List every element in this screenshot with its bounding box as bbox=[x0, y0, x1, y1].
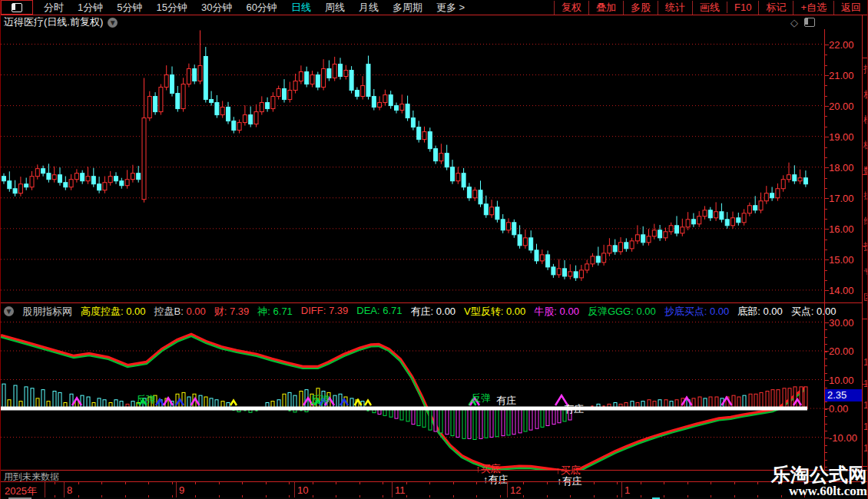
indicator-axis-label: 20.00 bbox=[829, 345, 863, 357]
price-axis-label: 22.00 bbox=[829, 39, 863, 51]
toolbar-menu-item[interactable]: +自选 bbox=[793, 1, 833, 15]
period-tab[interactable]: 周线 bbox=[325, 1, 345, 15]
month-label: 12 bbox=[510, 484, 521, 496]
indicator-axis-label: 30.00 bbox=[829, 317, 863, 329]
indicator-svg bbox=[1, 319, 824, 470]
price-axis-label: 18.00 bbox=[829, 162, 863, 173]
watermark: 乐淘公式网 www.60lt.com bbox=[760, 465, 867, 497]
indicator-axis-label: 10.00 bbox=[829, 375, 863, 386]
window-layout-icon bbox=[12, 3, 22, 12]
indicator-collapse-icon[interactable]: ▼ bbox=[4, 306, 14, 316]
signal-annotation: 反弹 bbox=[471, 392, 491, 405]
toolbar-menu-item[interactable]: 统计 bbox=[658, 1, 692, 15]
window-split-icon[interactable] bbox=[804, 18, 815, 27]
sidebar-quote-fragment: 1 bbox=[863, 357, 868, 368]
month-label: 11 bbox=[395, 484, 406, 496]
indicator-param: 控盘B: 0.00 bbox=[154, 305, 206, 319]
indicator-axis-label: 0.00 bbox=[829, 403, 863, 415]
sidebar-text-fragment: 板 bbox=[863, 139, 868, 152]
toolbar-menu-item[interactable]: 画线 bbox=[692, 1, 727, 15]
price-axis-label: 21.00 bbox=[829, 70, 863, 81]
signal-annotation: 反弹 bbox=[310, 393, 330, 407]
sidebar-quote-fragment: 1 bbox=[863, 421, 868, 432]
price-axis-label: 20.00 bbox=[829, 101, 863, 112]
future-data-note: 用到未来数据 bbox=[1, 470, 868, 482]
toolbar-menu-item[interactable]: 叠加 bbox=[588, 1, 623, 15]
indicator-name: 股朋指标网 bbox=[22, 305, 72, 319]
indicator-param: DEA: 6.71 bbox=[356, 305, 402, 319]
signal-annotation: 反弹 bbox=[136, 393, 156, 407]
toolbar-menu-item[interactable]: 复权 bbox=[554, 1, 588, 15]
title-bar: 迈得医疗(日线.前复权) ▼ ◇ bbox=[1, 15, 861, 29]
toolbar-menu-item[interactable]: F10 bbox=[727, 2, 758, 13]
indicator-header: ▼ 股朋指标网 高度控盘: 0.00控盘B: 0.00财: 7.39神: 6.7… bbox=[1, 302, 863, 319]
price-axis-label: 15.00 bbox=[829, 254, 863, 266]
indicator-param: 反弹GGG: 0.00 bbox=[588, 305, 656, 319]
sidebar-text-fragment: 标 bbox=[863, 88, 868, 101]
price-axis-label: 17.00 bbox=[829, 193, 863, 204]
period-tab[interactable]: 15分钟 bbox=[156, 1, 187, 15]
toolbar-menu-item[interactable]: 返回 bbox=[833, 1, 868, 15]
indicator-param: 底部: 0.00 bbox=[737, 305, 783, 319]
indicator-param: 财: 7.39 bbox=[214, 305, 250, 319]
indicator-axis-label: -10.00 bbox=[829, 432, 863, 444]
sidebar-text-fragment: 专 bbox=[863, 266, 868, 279]
candlestick-chart[interactable] bbox=[1, 29, 824, 302]
indicator-param: DIFF: 7.39 bbox=[301, 305, 348, 319]
chevron-down-icon[interactable]: ▼ bbox=[108, 18, 118, 28]
month-label: 10 bbox=[297, 484, 308, 496]
toolbar-right-menu: 复权叠加多股统计画线F10标记+自选返回 bbox=[554, 0, 868, 15]
indicator-param: 高度控盘: 0.00 bbox=[81, 305, 146, 319]
indicator-param: V型反转: 0.00 bbox=[464, 305, 525, 319]
sidebar-text-fragment: 模 bbox=[863, 114, 868, 127]
collapsed-right-sidebar[interactable]: 指标模板数据维护专区11111 bbox=[862, 15, 868, 470]
indicator-param: 抄底买点: 0.00 bbox=[664, 305, 730, 319]
candlestick-svg bbox=[1, 29, 824, 302]
period-tab[interactable]: 分时 bbox=[44, 1, 64, 15]
indicator-param: 神: 6.71 bbox=[257, 305, 293, 319]
sidebar-text-fragment: 维 bbox=[863, 215, 868, 228]
indicator-chart[interactable] bbox=[1, 319, 824, 470]
signal-annotation: 有庄 bbox=[564, 402, 584, 416]
month-label: 8 bbox=[67, 484, 72, 496]
sidebar-text-fragment: 区 bbox=[863, 291, 868, 304]
toolbar-menu-item[interactable]: 多股 bbox=[623, 1, 658, 15]
watermark-url: www.60lt.com bbox=[760, 484, 867, 497]
trading-app-window: 分时1分钟5分钟15分钟30分钟60分钟日线周线月线多周期更多 > 复权叠加多股… bbox=[0, 0, 868, 499]
last-value-badge: 2.35 bbox=[825, 389, 863, 402]
period-toolbar: 分时1分钟5分钟15分钟30分钟60分钟日线周线月线多周期更多 > 复权叠加多股… bbox=[1, 0, 868, 15]
sidebar-quote-fragment: 1 bbox=[863, 378, 868, 389]
period-tabs: 分时1分钟5分钟15分钟30分钟60分钟日线周线月线多周期更多 > bbox=[44, 1, 465, 15]
stock-title: 迈得医疗(日线.前复权) bbox=[4, 15, 103, 29]
sidebar-text-fragment: 指 bbox=[863, 63, 868, 76]
period-tab[interactable]: 多周期 bbox=[393, 1, 422, 15]
layout-toggle-button[interactable] bbox=[1, 0, 33, 15]
month-label: 9 bbox=[179, 484, 184, 496]
period-tab[interactable]: 60分钟 bbox=[246, 1, 277, 15]
period-tab[interactable]: 月线 bbox=[359, 1, 379, 15]
diamond-icon[interactable]: ◇ bbox=[790, 17, 798, 28]
period-tab[interactable]: 30分钟 bbox=[201, 1, 232, 15]
sidebar-text-fragment: 数 bbox=[863, 164, 868, 177]
sidebar-quote-fragment: 1 bbox=[863, 400, 868, 411]
watermark-site-name: 乐淘公式网 bbox=[760, 465, 867, 484]
sidebar-text-fragment: 护 bbox=[863, 240, 868, 253]
period-tab[interactable]: 日线 bbox=[291, 1, 311, 15]
price-axis-label: 16.00 bbox=[829, 223, 863, 235]
signal-annotation: 有庄 bbox=[496, 394, 516, 408]
indicator-param: 有庄: 0.00 bbox=[411, 305, 456, 319]
period-tab[interactable]: 5分钟 bbox=[117, 1, 142, 15]
toolbar-menu-item[interactable]: 标记 bbox=[758, 1, 793, 15]
year-label: 2025年 bbox=[5, 484, 37, 498]
period-tab[interactable]: 1分钟 bbox=[78, 1, 103, 15]
indicator-param: 牛股: 0.00 bbox=[534, 305, 579, 319]
sidebar-quote-fragment: 1 bbox=[863, 443, 868, 454]
indicator-params: 高度控盘: 0.00控盘B: 0.00财: 7.39神: 6.71DIFF: 7… bbox=[81, 305, 836, 319]
period-tab[interactable]: 更多 > bbox=[436, 1, 465, 15]
month-label: 1 bbox=[624, 484, 630, 496]
time-axis: 2025年 891011121 bbox=[1, 481, 868, 498]
price-axis-label: 19.00 bbox=[829, 131, 863, 143]
price-axis-label: 14.00 bbox=[829, 285, 863, 296]
sidebar-text-fragment: 据 bbox=[863, 190, 868, 203]
